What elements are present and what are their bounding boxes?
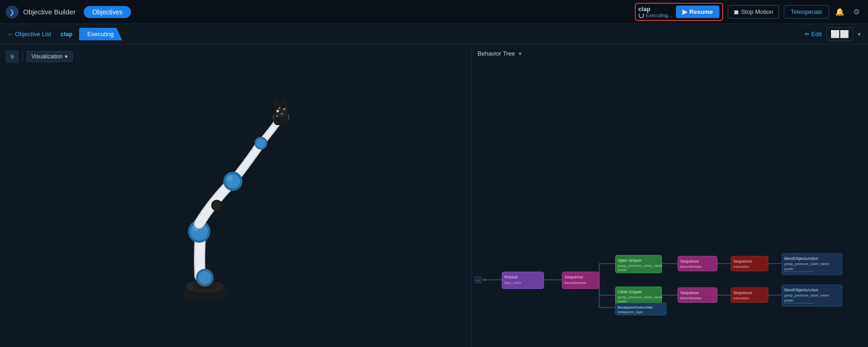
svg-rect-25: [281, 99, 285, 109]
settings-icon[interactable]: ⚙: [850, 6, 862, 18]
notification-icon[interactable]: 🔔: [834, 6, 846, 18]
tab-executing[interactable]: Executing: [79, 28, 122, 40]
svg-text:Open Gripper: Open Gripper: [618, 258, 642, 263]
svg-rect-66: [678, 256, 717, 271]
layout-button[interactable]: ⬜⬜: [826, 27, 853, 41]
svg-text:grasp_premove_solve_name: grasp_premove_solve_name: [784, 262, 829, 266]
robot-visualization: [0, 44, 471, 347]
svg-point-33: [198, 271, 211, 284]
bt-canvas-svg: Repeat task_once Sequence favorWindow Op…: [472, 227, 868, 319]
back-to-objective-list[interactable]: ← Objective List: [7, 31, 51, 38]
svg-point-28: [279, 107, 280, 109]
svg-text:breakpoint_topic: breakpoint_topic: [618, 310, 643, 314]
robot-arm-svg: [93, 68, 333, 327]
top-nav: ❯ Objective Builder Objectives clap Exec…: [0, 0, 868, 24]
executing-status-box: clap Executing... ▶ Resume: [635, 3, 723, 21]
viz-toolbar: 🖱 Visualization ▾: [6, 50, 73, 63]
svg-text:Sequence: Sequence: [564, 275, 583, 279]
bt-dropdown-button[interactable]: ▾: [519, 50, 521, 57]
svg-text:positn: positn: [618, 268, 627, 272]
svg-text:grasp_premove_solve_name: grasp_premove_solve_name: [784, 293, 829, 297]
svg-point-16: [227, 175, 232, 181]
spinner-icon: [639, 13, 644, 18]
svg-text:favorWindow: favorWindow: [680, 265, 701, 269]
breadcrumb-bar: ← Objective List clap Executing ✏ Edit ⬜…: [0, 24, 868, 44]
svg-text:Repeat: Repeat: [504, 275, 518, 279]
svg-text:favorWindow: favorWindow: [564, 281, 586, 285]
breadcrumb-current: clap: [61, 31, 73, 38]
svg-text:Sequence: Sequence: [680, 290, 699, 295]
app-title: Objective Builder: [23, 8, 75, 16]
svg-text:↔: ↔: [476, 278, 480, 283]
teleoperate-button[interactable]: Teleoperate: [784, 5, 829, 19]
visualization-panel: 🖱 Visualization ▾: [0, 44, 472, 347]
svg-point-30: [276, 115, 278, 117]
svg-point-18: [256, 139, 266, 148]
svg-text:blendObjectsAction: blendObjectsAction: [784, 288, 818, 292]
svg-text:grasp_premove_solve_name: grasp_premove_solve_name: [618, 295, 663, 299]
stop-icon: ◼: [734, 8, 739, 15]
bt-title: Behavior Tree: [477, 50, 515, 57]
edit-button[interactable]: ✏ Edit: [805, 31, 822, 38]
svg-rect-75: [731, 288, 768, 303]
objectives-button[interactable]: Objectives: [84, 6, 130, 18]
resume-button[interactable]: ▶ Resume: [676, 6, 719, 18]
visualization-dropdown[interactable]: Visualization ▾: [26, 51, 73, 62]
svg-text:BreakpointSubscriber: BreakpointSubscriber: [618, 305, 653, 309]
svg-text:Close Gripper: Close Gripper: [618, 290, 642, 294]
executing-info: clap Executing...: [639, 6, 672, 18]
executing-status-text: Executing...: [639, 13, 672, 18]
svg-text:Sequence: Sequence: [680, 259, 699, 264]
svg-point-13: [213, 202, 221, 209]
svg-text:Sequence: Sequence: [733, 259, 752, 264]
svg-marker-48: [482, 278, 486, 281]
svg-text:task_once: task_once: [504, 281, 521, 285]
edit-icon: ✏: [805, 31, 810, 38]
viz-separator: [22, 52, 23, 61]
executing-name: clap: [639, 6, 651, 13]
svg-point-29: [283, 108, 285, 110]
svg-text:favorWindow: favorWindow: [680, 296, 701, 300]
svg-text:─────────────: ─────────────: [784, 270, 814, 273]
svg-text:Sequence: Sequence: [733, 290, 752, 295]
svg-text:execution: execution: [733, 265, 749, 269]
svg-point-27: [281, 113, 282, 114]
layout-chevron[interactable]: ▾: [858, 31, 861, 38]
svg-text:grasp_premove_solve_name: grasp_premove_solve_name: [618, 264, 663, 268]
svg-rect-69: [678, 288, 717, 303]
main-content: 🖱 Visualization ▾: [0, 44, 868, 347]
svg-text:blendObjectsAction: blendObjectsAction: [784, 256, 818, 261]
bt-toolbar: Behavior Tree ▾: [477, 50, 521, 57]
svg-point-26: [277, 110, 279, 112]
viz-tool-icon[interactable]: 🖱: [6, 50, 19, 63]
stop-motion-button[interactable]: ◼ Stop Motion: [728, 5, 779, 19]
svg-text:execution: execution: [733, 296, 749, 300]
behavior-tree-panel: Behavior Tree ▾: [472, 44, 868, 347]
svg-text:─────────────: ─────────────: [784, 302, 814, 305]
svg-rect-31: [275, 117, 287, 125]
play-icon: ▶: [682, 8, 687, 15]
nav-expand-btn[interactable]: ❯: [6, 6, 19, 19]
svg-rect-72: [731, 256, 768, 271]
svg-rect-24: [274, 99, 279, 109]
